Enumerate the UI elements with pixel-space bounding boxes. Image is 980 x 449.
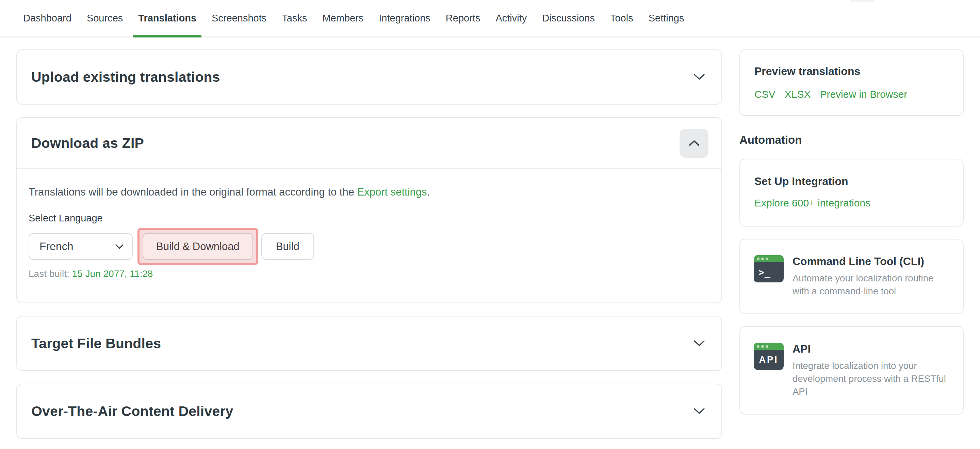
build-button[interactable]: Build [261, 233, 314, 260]
nav-item-integrations[interactable]: Integrations [379, 0, 430, 37]
upload-translations-panel: Upload existing translations [16, 50, 722, 105]
chevron-up-icon [689, 140, 700, 146]
terminal-dot [765, 257, 768, 260]
nav-item-reports[interactable]: Reports [446, 0, 480, 37]
active-tab-underline [133, 35, 202, 37]
terminal-dot [757, 345, 759, 348]
csv-link[interactable]: CSV [754, 89, 775, 100]
cli-promo-card[interactable]: >_ Command Line Tool (CLI) Automate your… [740, 239, 964, 314]
description-text: Translations will be downloaded in the o… [29, 186, 357, 198]
terminal-titlebar [754, 255, 784, 262]
xlsx-link[interactable]: XLSX [785, 89, 811, 100]
main-column: Upload existing translations Download as… [16, 50, 722, 449]
select-language-label: Select Language [29, 213, 708, 224]
download-panel-header[interactable]: Download as ZIP [17, 118, 721, 168]
highlight-annotation: Build & Download [137, 228, 258, 265]
api-icon-glyph: API [754, 350, 784, 370]
download-zip-panel: Download as ZIP Translations will be dow… [16, 117, 722, 303]
nav-item-tasks[interactable]: Tasks [282, 0, 307, 37]
export-settings-link[interactable]: Export settings [357, 186, 427, 198]
nav-item-screenshots[interactable]: Screenshots [212, 0, 266, 37]
integration-card-title: Set Up Integration [754, 175, 949, 188]
build-and-download-button[interactable]: Build & Download [143, 233, 253, 260]
upload-panel-header[interactable]: Upload existing translations [17, 50, 721, 104]
preview-in-browser-link[interactable]: Preview in Browser [820, 89, 907, 100]
set-up-integration-card: Set Up Integration Explore 600+ integrat… [740, 159, 964, 227]
cli-card-text: Command Line Tool (CLI) Automate your lo… [792, 255, 950, 298]
ota-content-delivery-panel: Over-The-Air Content Delivery [16, 383, 722, 439]
preview-card-title: Preview translations [754, 65, 949, 78]
bundles-panel-header[interactable]: Target File Bundles [17, 316, 721, 370]
terminal-dot [765, 345, 768, 348]
api-card-description: Integrate localization into your develop… [792, 360, 950, 398]
page-content: Upload existing translations Download as… [0, 37, 980, 449]
chevron-down-icon [694, 408, 705, 415]
cli-card-description: Automate your localization routine with … [792, 272, 950, 298]
download-panel-title: Download as ZIP [31, 135, 144, 151]
bundles-panel-title: Target File Bundles [31, 336, 161, 352]
target-file-bundles-panel: Target File Bundles [16, 316, 722, 371]
automation-heading: Automation [740, 134, 964, 147]
terminal-titlebar [754, 343, 784, 350]
build-controls-row: French Build & Download Build [29, 228, 708, 265]
chevron-down-icon [115, 244, 124, 249]
nav-item-tools[interactable]: Tools [610, 0, 633, 37]
download-panel-body: Translations will be downloaded in the o… [17, 169, 721, 302]
nav-item-translations[interactable]: Translations [138, 0, 196, 37]
language-select-value: French [40, 240, 73, 253]
download-description: Translations will be downloaded in the o… [29, 186, 708, 198]
nav-item-activity[interactable]: Activity [495, 0, 527, 37]
preview-translations-card: Preview translations CSV XLSX Preview in… [740, 50, 964, 116]
nav-item-dashboard[interactable]: Dashboard [23, 0, 72, 37]
api-card-title: API [792, 343, 950, 355]
nav-item-members[interactable]: Members [322, 0, 363, 37]
nav-item-settings[interactable]: Settings [649, 0, 684, 37]
terminal-dot [761, 345, 764, 348]
terminal-dot [757, 257, 759, 260]
language-select[interactable]: French [29, 233, 133, 260]
ota-panel-header[interactable]: Over-The-Air Content Delivery [17, 384, 721, 438]
collapse-panel-button[interactable] [679, 129, 708, 158]
last-built-label: Last built: [29, 268, 72, 279]
preview-links-row: CSV XLSX Preview in Browser [754, 89, 949, 100]
api-promo-card[interactable]: API API Integrate localization into your… [740, 326, 964, 415]
terminal-prompt-glyph: >_ [754, 262, 784, 283]
terminal-dot [761, 257, 764, 260]
project-nav: Dashboard Sources Translations Screensho… [0, 0, 980, 37]
ota-panel-title: Over-The-Air Content Delivery [31, 403, 234, 419]
nav-item-sources[interactable]: Sources [87, 0, 123, 37]
chevron-down-icon [694, 74, 705, 80]
description-period: . [427, 186, 430, 198]
nav-item-label: Translations [138, 13, 196, 24]
explore-integrations-link[interactable]: Explore 600+ integrations [754, 197, 870, 209]
nav-item-discussions[interactable]: Discussions [542, 0, 595, 37]
api-card-text: API Integrate localization into your dev… [792, 343, 950, 398]
last-built-status: Last built: 15 Jun 2077, 11:28 [29, 268, 708, 280]
upload-panel-title: Upload existing translations [31, 69, 220, 85]
cli-card-title: Command Line Tool (CLI) [792, 255, 950, 268]
chevron-down-icon [694, 340, 705, 347]
terminal-cli-icon: >_ [754, 255, 784, 283]
terminal-api-icon: API [754, 343, 784, 370]
right-sidebar: Preview translations CSV XLSX Preview in… [740, 50, 964, 427]
last-built-value: 15 Jun 2077, 11:28 [72, 268, 153, 279]
